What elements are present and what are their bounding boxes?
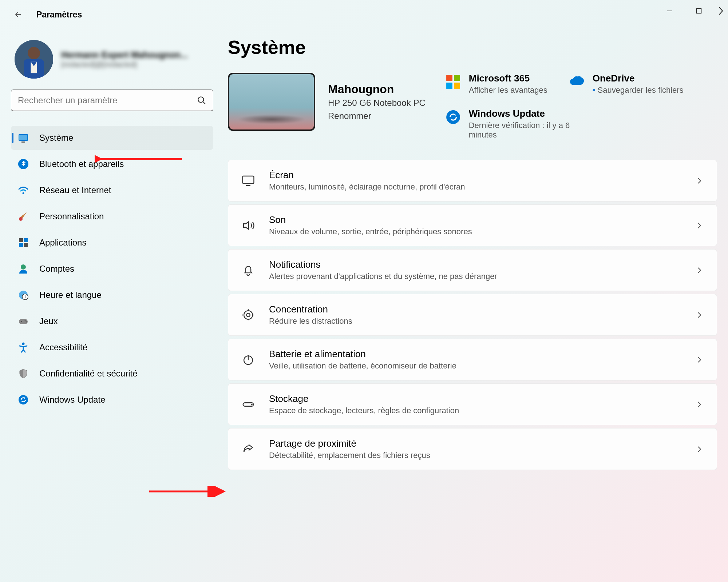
nav-item-apps[interactable]: Applications [11,231,213,255]
card-sub: Espace de stockage, lecteurs, règles de … [269,406,681,415]
card-focus[interactable]: ConcentrationRéduire les distractions [228,294,717,336]
tile-windows-update[interactable]: Windows Update Dernière vérification : i… [446,108,717,140]
back-button[interactable] [11,7,25,22]
tile-title: OneDrive [593,73,684,84]
person-icon [17,263,29,275]
nav-item-time-language[interactable]: Heure et langue [11,283,213,307]
svg-point-2 [28,47,40,59]
search-input[interactable] [18,95,197,105]
card-title: Stockage [269,393,681,404]
nav-label: Applications [39,238,86,248]
svg-point-5 [198,97,203,102]
card-title: Écran [269,170,681,181]
page-title: Système [228,36,717,58]
update-icon [17,394,29,406]
card-sub: Réduire les distractions [269,316,681,326]
svg-rect-28 [454,83,460,89]
card-sound[interactable]: SonNiveaux de volume, sortie, entrée, pé… [228,204,717,246]
avatar [15,40,53,79]
nav-item-network[interactable]: Réseau et Internet [11,178,213,202]
card-notifications[interactable]: NotificationsAlertes provenant d'applica… [228,249,717,291]
svg-point-35 [251,404,252,404]
svg-rect-26 [454,75,460,81]
card-sub: Veille, utilisation de batterie, économi… [269,361,681,371]
monitor-icon [241,174,255,188]
accessibility-icon [17,342,29,353]
search-icon [197,96,206,105]
settings-cards: ÉcranMoniteurs, luminosité, éclairage no… [228,160,717,470]
card-title: Notifications [269,259,681,270]
svg-rect-13 [24,238,28,242]
minimize-button[interactable] [655,0,684,22]
main-content: Système Mahougnon HP 250 G6 Notebook PC … [213,29,717,470]
nav-item-bluetooth[interactable]: Bluetooth et appareils [11,152,213,176]
tile-sub: Dernière vérification : il y a 6 minutes [469,121,585,140]
nav-label: Système [39,133,73,143]
svg-rect-0 [697,9,701,13]
focus-icon [241,308,255,322]
onedrive-icon [569,74,585,89]
svg-rect-15 [24,243,28,247]
card-storage[interactable]: StockageEspace de stockage, lecteurs, rè… [228,383,717,425]
nav-label: Windows Update [39,395,105,405]
maximize-button[interactable] [684,0,713,22]
speaker-icon [241,219,255,232]
card-display[interactable]: ÉcranMoniteurs, luminosité, éclairage no… [228,160,717,202]
nav-label: Jeux [39,316,58,326]
nav-item-personalization[interactable]: Personnalisation [11,204,213,228]
card-title: Partage de proximité [269,438,681,449]
brush-icon [17,211,29,222]
bell-icon [241,263,255,277]
svg-rect-27 [446,83,452,89]
tile-title: Windows Update [469,108,585,119]
device-thumbnail [228,73,315,131]
apps-icon [17,237,29,248]
svg-point-16 [21,264,26,270]
window-controls [655,0,728,22]
chevron-right-icon [695,221,704,230]
svg-rect-14 [19,243,23,247]
svg-point-20 [21,321,22,322]
nav-item-accessibility[interactable]: Accessibilité [11,335,213,359]
svg-point-22 [26,322,27,323]
titlebar: Paramètres [0,0,728,29]
card-nearby-sharing[interactable]: Partage de proximitéDétectabilité, empla… [228,428,717,470]
wifi-icon [17,184,29,196]
chevron-right-icon [695,266,704,275]
search-box[interactable] [11,89,213,111]
nav-item-windows-update[interactable]: Windows Update [11,388,213,412]
device-name: Mahougnon [328,83,426,96]
svg-point-32 [246,313,250,317]
device-model: HP 250 G6 Notebook PC [328,98,426,108]
bluetooth-icon [17,158,29,170]
nav-item-system[interactable]: Système [11,126,213,150]
forward-button[interactable] [713,0,728,22]
svg-point-11 [19,217,23,221]
nav-item-accounts[interactable]: Comptes [11,257,213,281]
svg-rect-8 [21,141,25,143]
nav-label: Personnalisation [39,211,104,222]
nav-label: Réseau et Internet [39,185,111,195]
card-title: Son [269,214,681,226]
tile-onedrive[interactable]: OneDrive Sauvegarder les fichiers [569,73,684,95]
rename-link[interactable]: Renommer [328,111,426,121]
share-icon [241,442,255,456]
chevron-right-icon [695,355,704,364]
nav-label: Comptes [39,264,74,274]
card-title: Batterie et alimentation [269,348,681,360]
card-sub: Alertes provenant d'applications et du s… [269,272,681,281]
nav-item-gaming[interactable]: Jeux [11,309,213,333]
window-title: Paramètres [36,10,82,20]
tile-microsoft365[interactable]: Microsoft 365 Afficher les avantages [446,73,547,95]
user-card[interactable]: Hermann Expert Mahougnon... [redacted]@[… [11,36,213,89]
sidebar: Hermann Expert Mahougnon... [redacted]@[… [11,29,213,470]
chevron-right-icon [695,400,704,409]
svg-rect-7 [19,135,27,140]
svg-point-29 [446,110,460,124]
svg-point-31 [244,311,253,319]
gamepad-icon [17,315,29,327]
nav-item-privacy[interactable]: Confidentialité et sécurité [11,362,213,386]
user-email: [redacted]@[redacted] [61,60,188,69]
globe-clock-icon [17,289,29,301]
card-power[interactable]: Batterie et alimentationVeille, utilisat… [228,339,717,380]
